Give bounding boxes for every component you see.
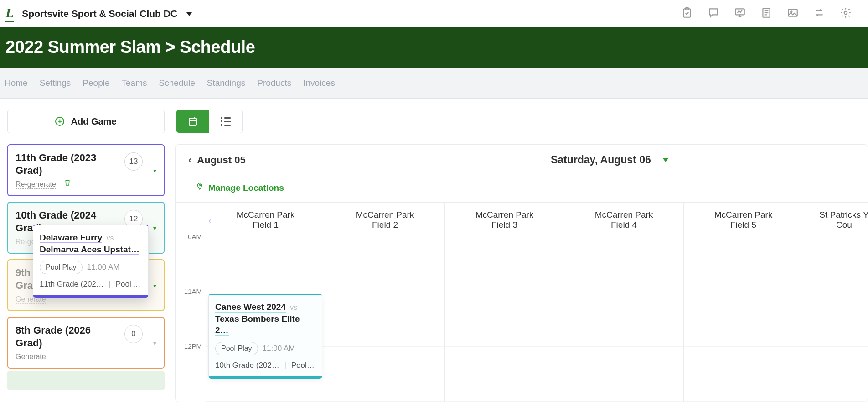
top-bar: L Sportsvite Sport & Social Club DC [0,0,868,27]
team-a-label: Delaware Furry [40,233,102,243]
pin-icon [196,183,204,193]
field-header: McCarren ParkField 4 [564,203,683,237]
subnav-settings[interactable]: Settings [40,68,71,98]
chevron-down-icon[interactable]: ▾ [153,167,156,174]
swap-icon[interactable] [813,7,825,21]
dragged-game-card[interactable]: Delaware Furry vs Delmarva Aces Upstat… … [33,225,149,298]
scroll-left-icon[interactable]: ‹ [208,215,212,226]
regenerate-link[interactable]: Re-generate [16,180,56,189]
top-bar-left: L Sportsvite Sport & Social Club DC [5,6,200,22]
view-toggle [176,110,243,133]
right-column: ‹ August 05 Saturday, August 06 Manage L… [175,110,868,402]
presentation-icon[interactable] [734,7,746,21]
time-column: 10AM 11AM 12PM [176,203,206,402]
subnav-home[interactable]: Home [5,68,28,98]
game-grade-label: 10th Grade (202… [215,361,279,370]
grade-card-8[interactable]: 8th Grade (2026 Grad) 0 ▾ Generate [7,317,165,369]
time-label: 10AM [184,233,202,240]
manage-locations-label: Manage Locations [208,183,284,193]
body: + Add Game 11th Grade (2023 Grad) 13 ▾ R… [0,99,868,402]
game-meta: 11th Grade (202… | Pool A - … [40,280,142,289]
game-pool-label: Pool A - … [291,361,315,370]
caret-down-icon [663,158,668,162]
drop-zone-strip [7,371,165,390]
add-game-button[interactable]: + Add Game [7,110,165,133]
field-col-1[interactable]: Canes West 2024 vs Texas Bombers Elite 2… [206,237,325,402]
prev-day-button[interactable]: ‹ August 05 [188,154,246,166]
game-teams: Delaware Furry vs Delmarva Aces Upstat… [40,232,142,255]
chat-icon[interactable] [708,7,719,21]
date-picker[interactable]: Saturday, August 06 [246,154,855,166]
fields-body: Canes West 2024 vs Texas Bombers Elite 2… [206,237,868,402]
grade-stack: 11th Grade (2023 Grad) 13 ▾ Re-generate … [7,144,165,390]
game-type-badge: Pool Play [215,342,258,355]
trash-icon[interactable] [63,178,72,188]
fields-wrap: ‹ McCarren ParkField 1 McCarren ParkFiel… [206,203,868,402]
calendar-panel: ‹ August 05 Saturday, August 06 Manage L… [175,144,868,402]
grade-title: 11th Grade (2023 Grad) [16,152,111,177]
calendar-event-card[interactable]: Canes West 2024 vs Texas Bombers Elite 2… [208,294,322,379]
current-date-label: Saturday, August 06 [551,154,651,166]
chevron-left-icon: ‹ [188,154,191,166]
field-col-4[interactable] [564,237,683,402]
subnav-people[interactable]: People [83,68,109,98]
page-title: 2022 Summer Slam > Schedule [0,27,868,68]
subnav-products[interactable]: Products [257,68,291,98]
field-header: McCarren ParkField 1 [206,203,325,237]
field-col-3[interactable] [444,237,564,402]
svg-point-14 [844,11,847,15]
subnav-invoices[interactable]: Invoices [303,68,335,98]
calendar-header: ‹ August 05 Saturday, August 06 [176,145,868,175]
game-time-label: 11:00 AM [263,344,295,353]
subnav: Home Settings People Teams Schedule Stan… [0,68,868,99]
svg-point-19 [199,185,201,186]
game-pool-label: Pool A - … [116,280,142,288]
list-view-button[interactable] [209,110,242,133]
grade-card-11[interactable]: 11th Grade (2023 Grad) 13 ▾ Re-generate [7,144,165,196]
time-label: 11AM [184,287,202,295]
field-header: McCarren ParkField 5 [683,203,803,237]
game-time-row: Pool Play 11:00 AM [215,342,315,355]
caret-down-icon [186,12,192,16]
grade-title: 8th Grade (2026 Grad) [16,324,111,349]
game-teams: Canes West 2024 vs Texas Bombers Elite 2… [215,301,315,336]
svg-rect-15 [189,118,196,125]
calendar-view-button[interactable] [176,110,209,133]
fields-header: McCarren ParkField 1 McCarren ParkField … [206,203,868,237]
clipboard-icon[interactable] [681,7,693,21]
field-header: McCarren ParkField 2 [325,203,444,237]
chevron-down-icon[interactable]: ▾ [153,282,156,289]
left-column: + Add Game 11th Grade (2023 Grad) 13 ▾ R… [0,110,164,402]
grade-count-badge: 13 [124,152,143,171]
plus-circle-icon: + [55,117,64,126]
game-type-badge: Pool Play [40,261,83,274]
calendar-grid: 10AM 11AM 12PM ‹ McCarren ParkField 1 Mc… [176,202,868,402]
field-header: St Patricks YCou [803,203,868,237]
prev-day-label: August 05 [197,154,245,166]
chevron-down-icon[interactable]: ▾ [153,225,156,232]
subnav-teams[interactable]: Teams [122,68,147,98]
gear-icon[interactable] [840,7,852,21]
calendar-icon [187,116,198,127]
generate-link[interactable]: Generate [16,353,46,361]
time-label: 12PM [184,342,202,350]
field-col-5[interactable] [683,237,803,402]
image-icon[interactable] [787,7,799,21]
team-b-label: Delmarva Aces Upstat… [40,245,140,255]
game-time-row: Pool Play 11:00 AM [40,261,142,274]
team-a-label: Canes West 2024 [215,302,286,313]
game-meta: 10th Grade (202… | Pool A - … [215,361,315,370]
app-logo[interactable]: L [5,6,14,22]
subnav-schedule[interactable]: Schedule [159,68,195,98]
field-col-2[interactable] [325,237,444,402]
document-icon[interactable] [760,7,772,21]
manage-locations-link[interactable]: Manage Locations [176,175,868,202]
grade-count-badge: 0 [124,325,143,343]
subnav-standings[interactable]: Standings [207,68,246,98]
field-col-6[interactable] [803,237,868,402]
game-time-label: 11:00 AM [87,263,120,272]
org-switcher[interactable]: Sportsvite Sport & Social Club DC [22,8,192,19]
vs-label: vs [290,303,297,311]
game-grade-label: 11th Grade (202… [40,280,104,288]
chevron-down-icon[interactable]: ▾ [153,340,156,347]
